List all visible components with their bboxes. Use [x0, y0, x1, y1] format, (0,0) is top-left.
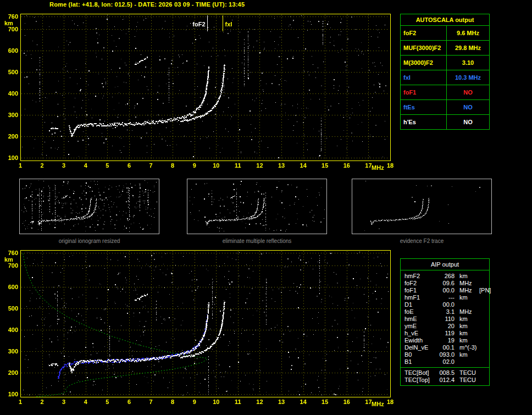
aip-unit: km: [455, 330, 478, 337]
autoscala-row-value: 10.3 MHz: [447, 70, 489, 85]
aip-label: foF2: [401, 280, 435, 287]
aip-label: B0: [401, 351, 435, 358]
aip-row-foF1: foF100.0MHz[PN]: [401, 287, 489, 294]
aip-unit: km: [455, 337, 478, 344]
aip-value: 008.5: [435, 369, 455, 377]
aip-unit: km: [455, 316, 478, 323]
thumbnail-original-caption: original ionogram resized: [19, 238, 159, 244]
thumbnail-evidence-box: [352, 179, 492, 234]
aip-extra: [478, 330, 489, 337]
aip-label: foE: [401, 308, 435, 316]
aip-row-hmE: hmE110km: [401, 316, 489, 323]
aip-row-B1: B102.0: [401, 358, 489, 366]
aip-value: ---: [435, 294, 455, 301]
autoscala-row-MUF(3000)F2: MUF(3000)F229.8 MHz: [401, 40, 489, 55]
autoscala-row-value: NO: [447, 85, 489, 99]
aip-label: hmF2: [401, 273, 435, 280]
aip-extra: [478, 308, 489, 316]
aip-extra: [478, 316, 489, 323]
aip-value: 20: [435, 323, 455, 330]
aip-unit: MHz: [455, 308, 478, 316]
aip-extra: [478, 273, 489, 280]
aip-label: hmE: [401, 316, 435, 323]
aip-extra: [478, 358, 489, 366]
autoscala-row-value: NO: [447, 115, 489, 129]
aip-table-rows: hmF2268kmfoF209.6MHzfoF100.0MHz[PN]hmF1-…: [401, 270, 489, 367]
autoscala-table-rows: foF29.6 MHzMUF(3000)F229.8 MHzM(3000)F23…: [401, 26, 489, 129]
aip-row-foF2: foF209.6MHz: [401, 280, 489, 287]
autoscala-row-value: NO: [447, 100, 489, 114]
aip-value: 268: [435, 273, 455, 280]
aip-value: 02.0: [435, 358, 455, 366]
thumbnail-original-box: [19, 179, 159, 234]
page-title: Rome (lat: +41.8, lon: 012.5) - DATE: 20…: [49, 1, 245, 8]
aip-value: 19: [435, 337, 455, 344]
autoscala-table-title: AUTOSCALA output: [401, 14, 489, 26]
aip-label: B1: [401, 358, 435, 366]
aip-extra: [478, 301, 489, 308]
aip-row-hmF2: hmF2268km: [401, 273, 489, 280]
aip-row-TEC[Top]: TEC[Top]012.4TECU: [401, 377, 489, 384]
aip-row-ymE: ymE20km: [401, 323, 489, 330]
top-ionogram-plot: [0, 11, 397, 171]
aip-unit: [455, 358, 478, 366]
autoscala-row-label: fxI: [401, 70, 447, 85]
aip-unit: TECU: [455, 377, 478, 384]
aip-label: D1: [401, 301, 435, 308]
aip-value: 093.0: [435, 351, 455, 358]
aip-extra: [478, 323, 489, 330]
autoscala-row-value: 3.10: [447, 56, 489, 70]
aip-unit: MHz: [455, 280, 478, 287]
aip-label: hmF1: [401, 294, 435, 301]
aip-unit: km: [455, 273, 478, 280]
aip-table-tec-rows: TEC[Bot]008.5TECUTEC[Top]012.4TECU: [401, 367, 489, 385]
aip-row-hmF1: hmF1---km: [401, 294, 489, 301]
autoscala-row-label: foF1: [401, 85, 447, 99]
aip-value: 00.1: [435, 344, 455, 351]
aip-unit: TECU: [455, 369, 478, 377]
aip-row-foE: foE3.1MHz: [401, 308, 489, 316]
aip-extra: [478, 377, 489, 384]
aip-label: TEC[Bot]: [401, 369, 435, 377]
aip-label: ymE: [401, 323, 435, 330]
aip-value: 012.4: [435, 377, 455, 384]
aip-extra: [478, 280, 489, 287]
aip-label: foF1: [401, 287, 435, 294]
autoscala-row-foF1: foF1NO: [401, 85, 489, 99]
autoscala-row-label: M(3000)F2: [401, 56, 447, 70]
autoscala-row-foF2: foF29.6 MHz: [401, 26, 489, 40]
aip-value: 00.0: [435, 287, 455, 294]
aip-row-Ewidth: Ewidth19km: [401, 337, 489, 344]
aip-unit: km: [455, 351, 478, 358]
aip-extra: [478, 344, 489, 351]
autoscala-row-value: 9.6 MHz: [447, 26, 489, 40]
autoscala-row-label: foF2: [401, 26, 447, 40]
aip-extra: [478, 369, 489, 377]
thumbnail-eliminate-box: [187, 179, 327, 234]
aip-value: 09.6: [435, 280, 455, 287]
bottom-ionogram-plot: [0, 247, 397, 408]
autoscala-row-M(3000)F2: M(3000)F23.10: [401, 55, 489, 70]
aip-row-TEC[Bot]: TEC[Bot]008.5TECU: [401, 369, 489, 377]
aip-unit: [455, 301, 478, 308]
aip-row-h_vE: h_vE119km: [401, 330, 489, 337]
thumbnail-evidence-f2: evidence F2 trace: [352, 179, 492, 244]
autoscala-row-fxI: fxI10.3 MHz: [401, 70, 489, 85]
autoscala-row-ftEs: ftEsNO: [401, 99, 489, 114]
aip-value: 119: [435, 330, 455, 337]
aip-extra: [478, 351, 489, 358]
autoscala-row-h'Es: h'EsNO: [401, 114, 489, 129]
aip-output-table: AIP output hmF2268kmfoF209.6MHzfoF100.0M…: [400, 258, 490, 386]
thumbnail-eliminate-reflections: eliminate multiple reflections: [187, 179, 327, 244]
autoscala-row-value: 29.8 MHz: [447, 41, 489, 55]
aip-extra: [478, 337, 489, 344]
aip-label: DelN_vE: [401, 344, 435, 351]
aip-unit: km: [455, 294, 478, 301]
aip-extra: [478, 294, 489, 301]
thumbnail-eliminate-canvas: [187, 179, 326, 234]
autoscala-row-label: ftEs: [401, 100, 447, 114]
aip-row-D1: D100.0: [401, 301, 489, 308]
aip-label: Ewidth: [401, 337, 435, 344]
autoscala-row-label: MUF(3000)F2: [401, 41, 447, 55]
thumbnail-eliminate-caption: eliminate multiple reflections: [187, 238, 327, 244]
